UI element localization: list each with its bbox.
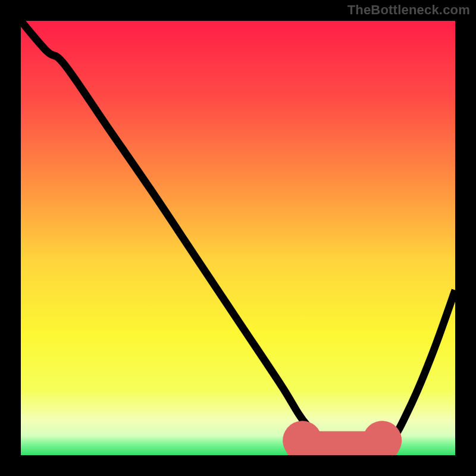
valley-highlight — [302, 440, 382, 451]
chart-plot — [21, 21, 455, 455]
chart-background — [21, 21, 455, 455]
chart-frame: TheBottleneck.com — [0, 0, 476, 476]
watermark-text: TheBottleneck.com — [347, 2, 470, 18]
